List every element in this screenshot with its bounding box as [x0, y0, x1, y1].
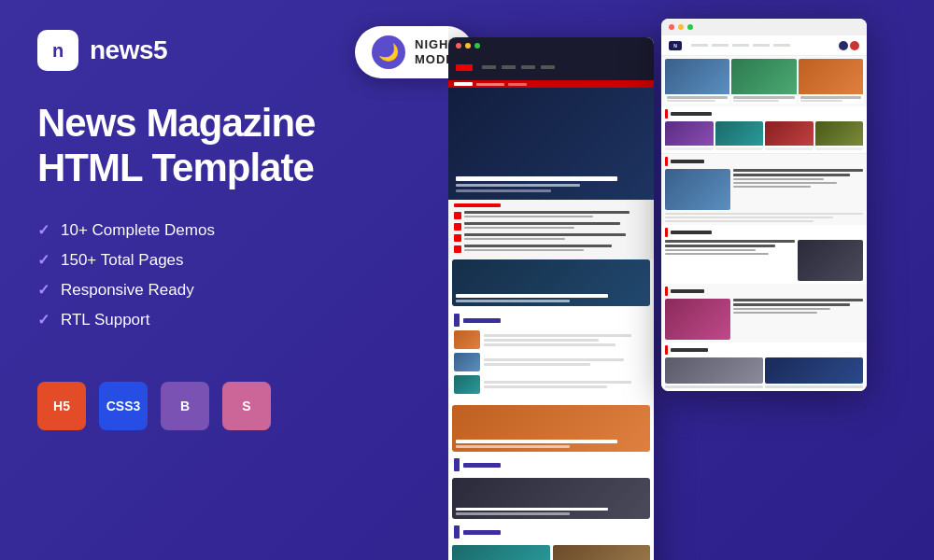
mock-browser-light: N: [661, 19, 867, 391]
browser-content-light: N: [661, 35, 867, 391]
check-icon-2: ✓: [37, 251, 50, 269]
tech-section: [448, 310, 654, 401]
check-icon-3: ✓: [37, 281, 50, 299]
check-icon-4: ✓: [37, 311, 50, 329]
security-article: [452, 478, 650, 519]
shooting-section: [661, 225, 867, 284]
badge-bootstrap: B: [161, 382, 209, 430]
security-section: [448, 455, 654, 478]
tech-badges: H5 CSS3 B S: [37, 382, 411, 430]
big-article: [452, 405, 650, 452]
browser-content-dark: [448, 54, 654, 560]
check-icon-1: ✓: [37, 221, 50, 239]
business-grid: [448, 545, 654, 560]
badge-html: H5: [37, 382, 86, 430]
feature-text-4: RTL Support: [61, 311, 149, 329]
main-container: n news5 News Magazine HTML Template ✓ 10…: [0, 0, 934, 560]
trending-section: [661, 106, 867, 154]
badge-css: CSS3: [99, 382, 148, 430]
night-mode-icon: 🌙: [372, 35, 405, 69]
headline: News Magazine HTML Template: [37, 101, 411, 191]
feature-item-3: ✓ Responsive Ready: [37, 281, 411, 300]
general2-section: [661, 343, 867, 391]
tennis-section: [661, 284, 867, 343]
right-panel: N: [448, 0, 934, 560]
logo-icon: n: [37, 30, 78, 71]
feature-list: ✓ 10+ Complete Demos ✓ 150+ Total Pages …: [37, 221, 411, 341]
general1-section: [661, 154, 867, 225]
mock-browser-dark: [448, 37, 654, 560]
brand-name: news5: [90, 35, 167, 65]
moon-star-icon: 🌙: [378, 42, 399, 63]
headline-line2: HTML Template: [37, 146, 314, 189]
feature-text-1: 10+ Complete Demos: [61, 221, 215, 240]
mock-dark-header: [448, 54, 654, 80]
mock-dark-hero: [448, 88, 654, 200]
feature-item-1: ✓ 10+ Complete Demos: [37, 221, 411, 240]
badge-sass: S: [222, 382, 271, 430]
gaming-card: [452, 259, 650, 306]
article-list-dark: [448, 200, 654, 259]
left-panel: n news5 News Magazine HTML Template ✓ 10…: [0, 0, 448, 560]
business-section: [448, 523, 654, 545]
feature-item-2: ✓ 150+ Total Pages: [37, 251, 411, 270]
feature-text-3: Responsive Ready: [61, 281, 194, 300]
feature-text-2: 150+ Total Pages: [61, 251, 184, 270]
headline-line1: News Magazine: [37, 101, 315, 145]
feature-item-4: ✓ RTL Support: [37, 311, 411, 329]
mock-light-header: N: [661, 35, 867, 56]
top-news-grid: [661, 56, 867, 106]
